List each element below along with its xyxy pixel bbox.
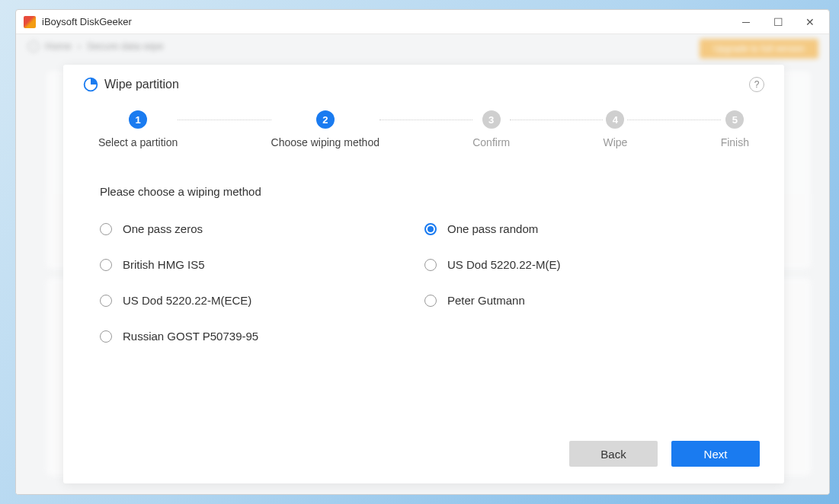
option-british-hmg[interactable]: British HMG IS5 <box>100 258 394 271</box>
wipe-icon <box>83 77 98 92</box>
app-icon <box>24 16 36 28</box>
app-body: Home › Secure data wipe Upgrade to full … <box>16 34 829 494</box>
option-us-dod-me[interactable]: US Dod 5220.22-M(E) <box>424 258 719 271</box>
next-button[interactable]: Next <box>671 441 760 467</box>
wipe-partition-modal: Wipe partition ? 1 Select a partition 2 … <box>63 65 784 483</box>
option-label: Peter Gutmann <box>447 294 525 307</box>
modal-footer: Back Next <box>83 441 764 468</box>
close-button[interactable]: ✕ <box>794 11 826 33</box>
option-label: US Dod 5220.22-M(E) <box>447 258 560 271</box>
breadcrumb-home: Home <box>45 40 72 52</box>
maximize-button[interactable]: ☐ <box>762 11 794 33</box>
wiping-method-options: One pass zeros One pass random British H… <box>100 222 719 343</box>
step-number: 1 <box>129 110 147 129</box>
option-label: British HMG IS5 <box>123 258 205 271</box>
radio-icon <box>100 295 112 307</box>
option-one-pass-random[interactable]: One pass random <box>424 222 719 235</box>
section-prompt: Please choose a wiping method <box>100 185 764 198</box>
breadcrumb-section: Secure data wipe <box>87 40 163 52</box>
radio-icon <box>424 295 437 307</box>
step-label: Select a partition <box>98 136 178 148</box>
app-window: iBoysoft DiskGeeker ─ ☐ ✕ Home › Secure … <box>15 9 830 495</box>
step-confirm: 3 Confirm <box>472 110 510 148</box>
step-choose-method: 2 Choose wiping method <box>271 110 379 148</box>
radio-icon <box>424 223 437 235</box>
help-icon[interactable]: ? <box>749 77 764 92</box>
step-number: 4 <box>606 110 624 129</box>
option-label: US Dod 5220.22-M(ECE) <box>123 294 251 307</box>
breadcrumb: Home › Secure data wipe <box>28 40 163 52</box>
step-number: 3 <box>482 110 501 129</box>
option-russian-gost[interactable]: Russian GOST P50739-95 <box>100 330 394 343</box>
upgrade-button[interactable]: Upgrade to full version <box>700 39 818 59</box>
modal-header: Wipe partition ? <box>83 77 764 92</box>
home-icon <box>28 41 39 52</box>
option-one-pass-zeros[interactable]: One pass zeros <box>100 222 394 235</box>
option-label: Russian GOST P50739-95 <box>123 330 258 343</box>
step-label: Finish <box>721 136 749 148</box>
radio-icon <box>100 330 112 343</box>
step-label: Confirm <box>472 136 510 148</box>
step-number: 5 <box>725 110 744 129</box>
step-number: 2 <box>316 110 335 129</box>
window-title-bar: iBoysoft DiskGeeker ─ ☐ ✕ <box>16 10 829 34</box>
minimize-button[interactable]: ─ <box>730 11 762 33</box>
option-peter-gutmann[interactable]: Peter Gutmann <box>424 294 719 307</box>
step-label: Wipe <box>603 136 627 148</box>
radio-icon <box>100 223 112 235</box>
back-button[interactable]: Back <box>569 441 658 467</box>
wizard-stepper: 1 Select a partition 2 Choose wiping met… <box>83 110 764 148</box>
option-us-dod-ece[interactable]: US Dod 5220.22-M(ECE) <box>100 294 394 307</box>
option-label: One pass random <box>447 222 538 235</box>
option-label: One pass zeros <box>123 222 203 235</box>
radio-icon <box>424 259 437 271</box>
window-title: iBoysoft DiskGeeker <box>42 16 132 27</box>
step-label: Choose wiping method <box>271 136 379 148</box>
step-finish: 5 Finish <box>721 110 749 148</box>
step-select-partition: 1 Select a partition <box>98 110 178 148</box>
radio-icon <box>100 259 112 271</box>
modal-title: Wipe partition <box>104 78 179 91</box>
step-wipe: 4 Wipe <box>603 110 627 148</box>
